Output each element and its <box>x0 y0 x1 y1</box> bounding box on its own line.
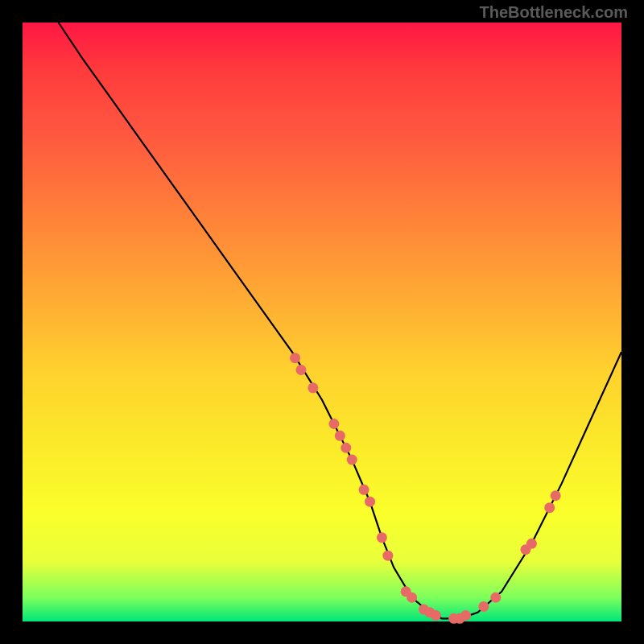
chart-marker <box>382 551 393 561</box>
chart-marker <box>460 610 471 621</box>
chart-marker <box>377 532 387 543</box>
chart-marker <box>359 485 369 495</box>
chart-marker <box>544 502 555 513</box>
chart-marker <box>526 539 537 549</box>
chart-marker <box>478 601 489 612</box>
chart-marker <box>295 365 306 375</box>
chart-marker <box>431 610 441 621</box>
chart-marker <box>365 497 375 507</box>
chart-marker <box>335 431 345 441</box>
chart-marker <box>328 419 339 429</box>
chart-curve <box>59 23 621 618</box>
chart-marker <box>490 592 501 603</box>
chart-markers <box>290 353 561 624</box>
chart-marker <box>347 455 357 465</box>
chart-marker <box>341 443 351 453</box>
chart-plot-area <box>23 23 621 621</box>
chart-marker <box>308 382 318 393</box>
chart-marker <box>551 490 561 501</box>
chart-marker <box>290 353 300 363</box>
watermark-text: TheBottleneck.com <box>480 3 628 22</box>
chart-svg <box>23 23 621 621</box>
chart-marker <box>407 592 417 603</box>
